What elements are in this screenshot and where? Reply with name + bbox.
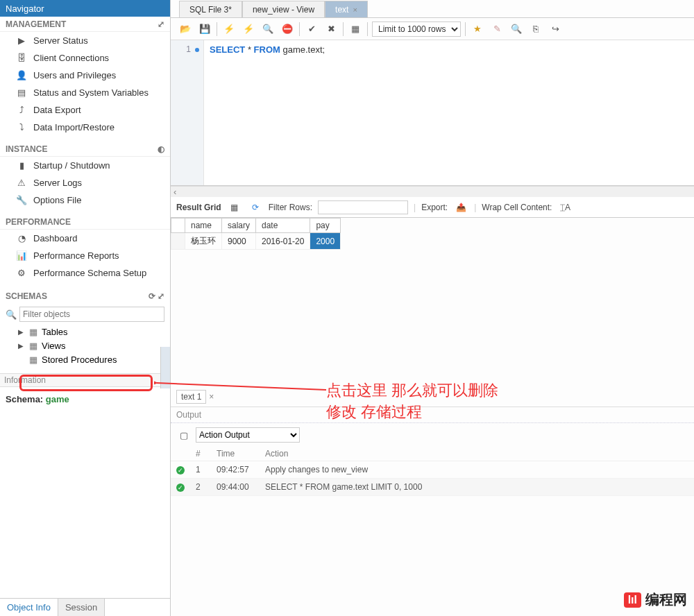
open-file-icon[interactable]: 📂 — [178, 22, 193, 37]
snippet-icon[interactable]: ⎘ — [528, 22, 543, 37]
tab-sql-file-3[interactable]: SQL File 3* — [179, 1, 242, 17]
beautify-icon[interactable]: ✎ — [489, 22, 505, 37]
instance-config-icon[interactable]: ◐ — [158, 144, 164, 154]
rollback-icon[interactable]: ✖ — [323, 22, 339, 37]
editor-code[interactable]: SELECT * FROM game.text; — [210, 44, 325, 55]
nav-label: Status and System Variables — [33, 87, 149, 98]
explain-icon[interactable]: 🔍 — [260, 22, 276, 37]
editor-toolbar: 📂 💾 ⚡ ⚡ 🔍 ⛔ ✔ ✖ ▦ Limit to 1000 rows ★ ✎… — [171, 18, 694, 40]
tab-object-info[interactable]: Object Info — [0, 599, 58, 616]
section-instance: INSTANCE ◐ — [0, 142, 170, 157]
col-header-date[interactable]: date — [256, 219, 310, 233]
log-col-time: Time — [211, 447, 260, 461]
expand-icon[interactable]: ⤢ — [158, 19, 164, 29]
cell-name[interactable]: 杨玉环 — [185, 233, 222, 250]
breakpoint-dot-icon — [195, 48, 199, 52]
tab-session[interactable]: Session — [58, 599, 105, 616]
instance-label: INSTANCE — [6, 144, 47, 154]
export-icon[interactable]: 📤 — [453, 200, 468, 215]
log-time: 09:42:57 — [211, 461, 260, 479]
find-icon[interactable]: 🔍 — [509, 22, 524, 37]
tree-stored-procedures[interactable]: ▦Stored Procedures — [18, 352, 170, 366]
stop-icon[interactable]: ⛔ — [280, 22, 295, 37]
nav-label: Server Logs — [33, 178, 82, 188]
expand-arrow-icon[interactable]: ▶ — [18, 328, 25, 336]
nav-status-variables[interactable]: ▤Status and System Variables — [0, 84, 170, 101]
result-grid[interactable]: name salary date pay 杨玉环 9000 2016-01-20… — [171, 218, 341, 250]
dashboard-icon: ◔ — [15, 232, 28, 245]
separator — [465, 22, 466, 36]
tables-icon: ▦ — [28, 327, 39, 336]
nav-server-status[interactable]: ▶Server Status — [0, 32, 170, 49]
tab-text[interactable]: text× — [325, 1, 368, 17]
nav-data-export[interactable]: ⤴Data Export — [0, 101, 170, 119]
cell-salary[interactable]: 9000 — [222, 233, 256, 250]
status-icon: ▤ — [15, 87, 28, 99]
log-col-action: Action — [260, 447, 694, 461]
close-icon[interactable]: × — [353, 6, 357, 14]
close-icon[interactable]: × — [209, 392, 214, 402]
cell-date[interactable]: 2016-01-20 — [256, 233, 310, 250]
separator — [217, 22, 217, 36]
toggle-icon[interactable]: ▦ — [348, 22, 363, 37]
grid-data-row[interactable]: 杨玉环 9000 2016-01-20 2000 — [171, 233, 341, 250]
commit-icon[interactable]: ✔ — [304, 22, 319, 37]
save-icon[interactable]: 💾 — [197, 22, 212, 37]
editor-h-scrollbar[interactable] — [171, 186, 694, 197]
filter-objects-input[interactable] — [19, 307, 164, 322]
export-label: Export: — [421, 203, 448, 212]
section-schemas: SCHEMAS ⟳ ⤢ — [0, 289, 170, 304]
log-row[interactable]: ✓ 1 09:42:57 Apply changes to new_view — [171, 461, 694, 479]
filter-rows-input[interactable] — [318, 200, 408, 214]
subtab-text1[interactable]: text 1 — [176, 390, 206, 404]
separator — [343, 22, 344, 36]
execute-step-icon[interactable]: ⚡ — [241, 22, 256, 37]
col-header-salary[interactable]: salary — [222, 219, 256, 233]
expand-icon[interactable]: ⤢ — [158, 291, 164, 301]
col-header-name[interactable]: name — [185, 219, 222, 233]
refresh-icon[interactable]: ⟳ — [248, 200, 263, 215]
nav-server-logs[interactable]: ⚠Server Logs — [0, 174, 170, 191]
row-marker[interactable] — [171, 233, 185, 250]
nav-performance-reports[interactable]: 📊Performance Reports — [0, 247, 170, 264]
nav-label: Options File — [33, 195, 81, 205]
nav-startup-shutdown[interactable]: ▮Startup / Shutdown — [0, 157, 170, 174]
nav-label: Client Connections — [33, 53, 109, 63]
refresh-icon[interactable]: ⟳ — [149, 291, 155, 301]
cell-pay-selected[interactable]: 2000 — [310, 233, 341, 250]
output-type-select[interactable]: Action Output — [196, 427, 300, 443]
execute-icon[interactable]: ⚡ — [221, 22, 237, 37]
watermark: lıl 编程网 — [624, 590, 687, 609]
col-header-pay[interactable]: pay — [310, 219, 341, 233]
wrap-toggle-icon[interactable]: ⌶A — [557, 200, 573, 215]
row-limit-select[interactable]: Limit to 1000 rows — [372, 22, 461, 37]
action-log-table: # Time Action ✓ 1 09:42:57 Apply changes… — [171, 447, 694, 496]
nav-performance-schema[interactable]: ⚙Performance Schema Setup — [0, 264, 170, 282]
log-num: 1 — [190, 461, 211, 479]
tree-tables[interactable]: ▶▦Tables — [18, 325, 170, 339]
sql-text: * — [245, 44, 253, 55]
expand-arrow-icon[interactable]: ▶ — [18, 342, 25, 350]
nav-dashboard[interactable]: ◔Dashboard — [0, 230, 170, 247]
sidebar-scrollbar[interactable] — [160, 347, 170, 388]
user-icon: 👤 — [15, 69, 28, 82]
grid-view-icon[interactable]: ▦ — [227, 200, 242, 215]
sql-keyword: SELECT — [210, 44, 245, 55]
result-grid-label: Result Grid — [176, 203, 221, 212]
reports-icon: 📊 — [15, 250, 28, 262]
nav-client-connections[interactable]: 🗄Client Connections — [0, 49, 170, 67]
annotation-line1: 点击这里 那么就可以删除 — [326, 380, 498, 402]
pin-icon[interactable]: ↪ — [548, 22, 563, 37]
sql-editor[interactable]: 1 SELECT * FROM game.text; — [171, 40, 694, 186]
output-view-icon[interactable]: ▢ — [176, 427, 192, 443]
tab-new-view[interactable]: new_view - View — [242, 1, 325, 17]
star-icon[interactable]: ★ — [470, 22, 485, 37]
nav-data-import[interactable]: ⤵Data Import/Restore — [0, 119, 170, 136]
grid-header-row: name salary date pay — [171, 219, 341, 233]
nav-users-privileges[interactable]: 👤Users and Privileges — [0, 67, 170, 84]
nav-options-file[interactable]: 🔧Options File — [0, 191, 170, 209]
expand-arrow-icon[interactable] — [18, 356, 25, 363]
play-icon: ▶ — [15, 35, 28, 47]
tree-views[interactable]: ▶▦Views — [18, 339, 170, 352]
log-row[interactable]: ✓ 2 09:44:00 SELECT * FROM game.text LIM… — [171, 479, 694, 496]
